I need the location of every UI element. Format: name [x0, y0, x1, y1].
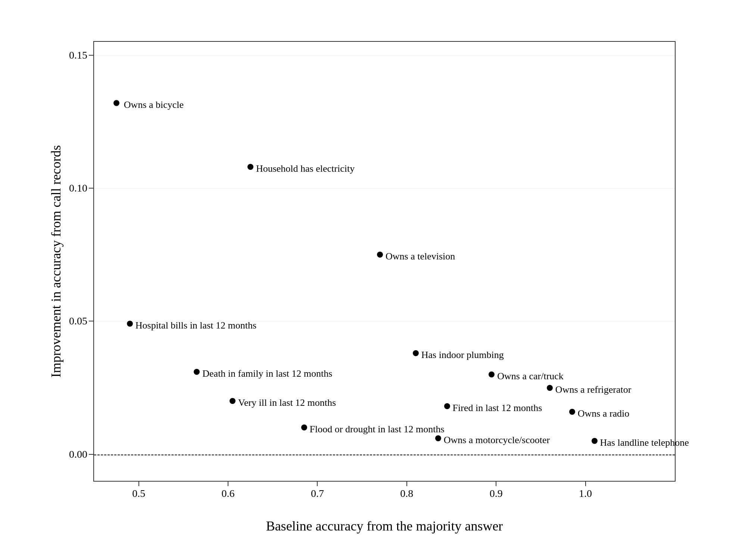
- x-tick-label: 0.5: [132, 488, 145, 500]
- x-tick-label: 1.0: [579, 488, 592, 500]
- data-point-12: [435, 435, 441, 441]
- zero-line: [94, 454, 675, 455]
- data-label-1: Household has electricity: [256, 163, 355, 174]
- y-tick-label: 0.00: [69, 448, 87, 460]
- y-tick-line: [89, 321, 94, 321]
- chart-container: Improvement in accuracy from call record…: [34, 19, 705, 541]
- data-point-9: [444, 403, 450, 409]
- y-tick-label: 0.10: [69, 182, 87, 194]
- data-label-8: Very ill in last 12 months: [238, 397, 336, 408]
- chart-area: 0.000.050.100.150.50.60.70.80.91.0Owns a…: [93, 41, 676, 482]
- data-label-13: Has landline telephone: [600, 437, 689, 448]
- x-tick-label: 0.7: [311, 488, 324, 500]
- x-tick-label: 0.6: [222, 488, 235, 500]
- x-tick-line: [138, 481, 139, 486]
- data-point-3: [127, 321, 133, 327]
- x-tick-line: [496, 481, 496, 486]
- data-point-1: [247, 164, 253, 170]
- data-point-0: [113, 100, 119, 106]
- data-label-3: Hospital bills in last 12 months: [135, 320, 256, 331]
- y-tick-label: 0.15: [69, 49, 87, 61]
- data-label-2: Owns a television: [386, 251, 455, 262]
- y-tick-label: 0.05: [69, 315, 87, 327]
- data-label-9: Fired in last 12 months: [453, 402, 542, 414]
- x-tick-line: [228, 481, 228, 486]
- data-label-6: Owns a car/truck: [497, 371, 564, 382]
- data-label-10: Owns a radio: [578, 408, 630, 419]
- data-label-0: Owns a bicycle: [124, 99, 184, 111]
- data-label-11: Flood or drought in last 12 months: [310, 424, 445, 435]
- grid-line-y: [94, 55, 675, 56]
- data-point-13: [592, 438, 598, 444]
- data-point-4: [413, 350, 419, 356]
- data-label-4: Has indoor plumbing: [421, 349, 504, 361]
- data-label-5: Death in family in last 12 months: [202, 368, 332, 379]
- data-point-2: [377, 252, 383, 258]
- y-tick-line: [89, 55, 94, 56]
- data-point-5: [194, 369, 200, 375]
- data-label-7: Owns a refrigerator: [555, 384, 632, 395]
- x-axis-label: Baseline accuracy from the majority answ…: [93, 518, 676, 534]
- data-point-6: [489, 371, 495, 377]
- data-point-7: [547, 385, 553, 391]
- data-point-11: [301, 424, 307, 430]
- x-tick-line: [585, 481, 586, 486]
- data-label-12: Owns a motorcycle/scooter: [444, 435, 550, 446]
- grid-line-y: [94, 188, 675, 189]
- y-axis-label: Improvement in accuracy from call record…: [48, 145, 64, 378]
- y-tick-line: [89, 454, 94, 455]
- data-point-8: [230, 398, 236, 404]
- x-tick-label: 0.9: [490, 488, 503, 500]
- y-tick-line: [89, 188, 94, 189]
- x-tick-line: [406, 481, 407, 486]
- x-tick-label: 0.8: [400, 488, 413, 500]
- data-point-10: [569, 409, 575, 415]
- x-tick-line: [317, 481, 318, 486]
